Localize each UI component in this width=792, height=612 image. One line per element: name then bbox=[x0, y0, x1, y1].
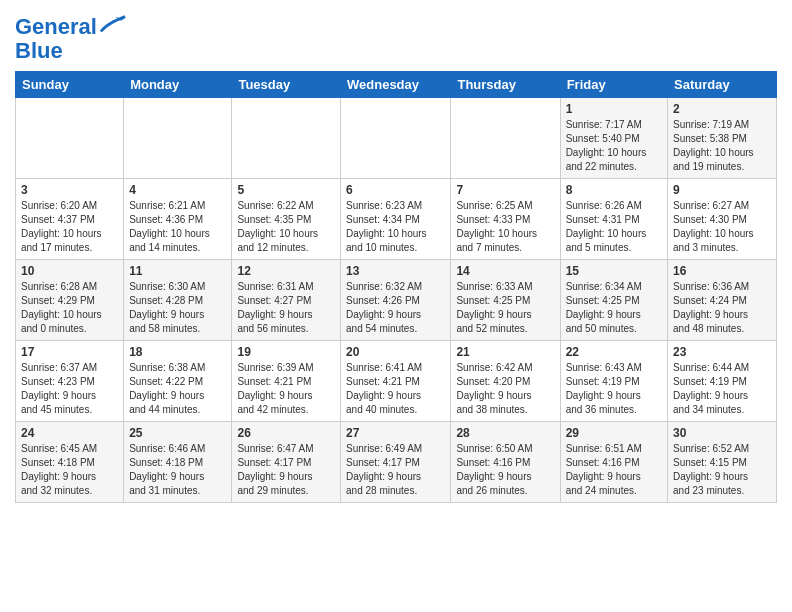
calendar-week-2: 3Sunrise: 6:20 AM Sunset: 4:37 PM Daylig… bbox=[16, 179, 777, 260]
day-number: 7 bbox=[456, 183, 554, 197]
day-info: Sunrise: 6:28 AM Sunset: 4:29 PM Dayligh… bbox=[21, 280, 118, 336]
calendar-header-row: SundayMondayTuesdayWednesdayThursdayFrid… bbox=[16, 72, 777, 98]
day-info: Sunrise: 6:21 AM Sunset: 4:36 PM Dayligh… bbox=[129, 199, 226, 255]
logo-bird-icon bbox=[99, 14, 127, 36]
calendar-cell: 17Sunrise: 6:37 AM Sunset: 4:23 PM Dayli… bbox=[16, 341, 124, 422]
calendar-cell bbox=[16, 98, 124, 179]
calendar-cell: 22Sunrise: 6:43 AM Sunset: 4:19 PM Dayli… bbox=[560, 341, 667, 422]
day-number: 22 bbox=[566, 345, 662, 359]
calendar-cell: 18Sunrise: 6:38 AM Sunset: 4:22 PM Dayli… bbox=[124, 341, 232, 422]
day-number: 21 bbox=[456, 345, 554, 359]
calendar-cell: 10Sunrise: 6:28 AM Sunset: 4:29 PM Dayli… bbox=[16, 260, 124, 341]
calendar-cell: 15Sunrise: 6:34 AM Sunset: 4:25 PM Dayli… bbox=[560, 260, 667, 341]
calendar-cell: 19Sunrise: 6:39 AM Sunset: 4:21 PM Dayli… bbox=[232, 341, 341, 422]
day-info: Sunrise: 6:32 AM Sunset: 4:26 PM Dayligh… bbox=[346, 280, 445, 336]
day-number: 12 bbox=[237, 264, 335, 278]
calendar-cell: 2Sunrise: 7:19 AM Sunset: 5:38 PM Daylig… bbox=[668, 98, 777, 179]
calendar-cell: 11Sunrise: 6:30 AM Sunset: 4:28 PM Dayli… bbox=[124, 260, 232, 341]
day-number: 26 bbox=[237, 426, 335, 440]
calendar-cell: 9Sunrise: 6:27 AM Sunset: 4:30 PM Daylig… bbox=[668, 179, 777, 260]
calendar-cell: 6Sunrise: 6:23 AM Sunset: 4:34 PM Daylig… bbox=[341, 179, 451, 260]
day-number: 13 bbox=[346, 264, 445, 278]
calendar-cell: 27Sunrise: 6:49 AM Sunset: 4:17 PM Dayli… bbox=[341, 422, 451, 503]
day-info: Sunrise: 7:17 AM Sunset: 5:40 PM Dayligh… bbox=[566, 118, 662, 174]
day-info: Sunrise: 6:51 AM Sunset: 4:16 PM Dayligh… bbox=[566, 442, 662, 498]
day-info: Sunrise: 6:22 AM Sunset: 4:35 PM Dayligh… bbox=[237, 199, 335, 255]
calendar-header-sunday: Sunday bbox=[16, 72, 124, 98]
day-number: 1 bbox=[566, 102, 662, 116]
day-info: Sunrise: 6:30 AM Sunset: 4:28 PM Dayligh… bbox=[129, 280, 226, 336]
calendar-cell bbox=[124, 98, 232, 179]
calendar-cell: 16Sunrise: 6:36 AM Sunset: 4:24 PM Dayli… bbox=[668, 260, 777, 341]
day-info: Sunrise: 7:19 AM Sunset: 5:38 PM Dayligh… bbox=[673, 118, 771, 174]
calendar-header-saturday: Saturday bbox=[668, 72, 777, 98]
day-number: 27 bbox=[346, 426, 445, 440]
calendar-cell: 28Sunrise: 6:50 AM Sunset: 4:16 PM Dayli… bbox=[451, 422, 560, 503]
calendar-cell: 12Sunrise: 6:31 AM Sunset: 4:27 PM Dayli… bbox=[232, 260, 341, 341]
day-number: 28 bbox=[456, 426, 554, 440]
calendar-header-friday: Friday bbox=[560, 72, 667, 98]
calendar-cell: 5Sunrise: 6:22 AM Sunset: 4:35 PM Daylig… bbox=[232, 179, 341, 260]
calendar-cell: 26Sunrise: 6:47 AM Sunset: 4:17 PM Dayli… bbox=[232, 422, 341, 503]
day-number: 20 bbox=[346, 345, 445, 359]
day-info: Sunrise: 6:26 AM Sunset: 4:31 PM Dayligh… bbox=[566, 199, 662, 255]
day-number: 23 bbox=[673, 345, 771, 359]
day-number: 5 bbox=[237, 183, 335, 197]
calendar-cell: 4Sunrise: 6:21 AM Sunset: 4:36 PM Daylig… bbox=[124, 179, 232, 260]
day-info: Sunrise: 6:20 AM Sunset: 4:37 PM Dayligh… bbox=[21, 199, 118, 255]
day-number: 4 bbox=[129, 183, 226, 197]
calendar-cell: 13Sunrise: 6:32 AM Sunset: 4:26 PM Dayli… bbox=[341, 260, 451, 341]
day-number: 2 bbox=[673, 102, 771, 116]
day-info: Sunrise: 6:36 AM Sunset: 4:24 PM Dayligh… bbox=[673, 280, 771, 336]
day-info: Sunrise: 6:52 AM Sunset: 4:15 PM Dayligh… bbox=[673, 442, 771, 498]
day-info: Sunrise: 6:41 AM Sunset: 4:21 PM Dayligh… bbox=[346, 361, 445, 417]
calendar-cell: 29Sunrise: 6:51 AM Sunset: 4:16 PM Dayli… bbox=[560, 422, 667, 503]
day-info: Sunrise: 6:27 AM Sunset: 4:30 PM Dayligh… bbox=[673, 199, 771, 255]
day-number: 14 bbox=[456, 264, 554, 278]
day-info: Sunrise: 6:49 AM Sunset: 4:17 PM Dayligh… bbox=[346, 442, 445, 498]
calendar-header-thursday: Thursday bbox=[451, 72, 560, 98]
calendar-cell: 7Sunrise: 6:25 AM Sunset: 4:33 PM Daylig… bbox=[451, 179, 560, 260]
day-info: Sunrise: 6:39 AM Sunset: 4:21 PM Dayligh… bbox=[237, 361, 335, 417]
calendar-cell: 20Sunrise: 6:41 AM Sunset: 4:21 PM Dayli… bbox=[341, 341, 451, 422]
day-info: Sunrise: 6:34 AM Sunset: 4:25 PM Dayligh… bbox=[566, 280, 662, 336]
day-number: 24 bbox=[21, 426, 118, 440]
logo: General Blue bbox=[15, 15, 127, 63]
day-info: Sunrise: 6:37 AM Sunset: 4:23 PM Dayligh… bbox=[21, 361, 118, 417]
calendar-cell: 1Sunrise: 7:17 AM Sunset: 5:40 PM Daylig… bbox=[560, 98, 667, 179]
calendar-table: SundayMondayTuesdayWednesdayThursdayFrid… bbox=[15, 71, 777, 503]
calendar-cell bbox=[451, 98, 560, 179]
day-number: 18 bbox=[129, 345, 226, 359]
logo-text-general: General bbox=[15, 15, 97, 39]
calendar-week-5: 24Sunrise: 6:45 AM Sunset: 4:18 PM Dayli… bbox=[16, 422, 777, 503]
calendar-cell: 23Sunrise: 6:44 AM Sunset: 4:19 PM Dayli… bbox=[668, 341, 777, 422]
calendar-cell: 24Sunrise: 6:45 AM Sunset: 4:18 PM Dayli… bbox=[16, 422, 124, 503]
day-info: Sunrise: 6:33 AM Sunset: 4:25 PM Dayligh… bbox=[456, 280, 554, 336]
day-info: Sunrise: 6:45 AM Sunset: 4:18 PM Dayligh… bbox=[21, 442, 118, 498]
calendar-header-wednesday: Wednesday bbox=[341, 72, 451, 98]
calendar-week-3: 10Sunrise: 6:28 AM Sunset: 4:29 PM Dayli… bbox=[16, 260, 777, 341]
day-number: 8 bbox=[566, 183, 662, 197]
day-info: Sunrise: 6:42 AM Sunset: 4:20 PM Dayligh… bbox=[456, 361, 554, 417]
day-number: 10 bbox=[21, 264, 118, 278]
calendar-cell: 21Sunrise: 6:42 AM Sunset: 4:20 PM Dayli… bbox=[451, 341, 560, 422]
calendar-cell: 14Sunrise: 6:33 AM Sunset: 4:25 PM Dayli… bbox=[451, 260, 560, 341]
page-container: General Blue SundayMondayTuesdayWednesda… bbox=[15, 10, 777, 503]
day-number: 9 bbox=[673, 183, 771, 197]
day-number: 25 bbox=[129, 426, 226, 440]
calendar-cell: 30Sunrise: 6:52 AM Sunset: 4:15 PM Dayli… bbox=[668, 422, 777, 503]
day-info: Sunrise: 6:46 AM Sunset: 4:18 PM Dayligh… bbox=[129, 442, 226, 498]
day-number: 3 bbox=[21, 183, 118, 197]
calendar-week-4: 17Sunrise: 6:37 AM Sunset: 4:23 PM Dayli… bbox=[16, 341, 777, 422]
day-info: Sunrise: 6:23 AM Sunset: 4:34 PM Dayligh… bbox=[346, 199, 445, 255]
logo-text-blue: Blue bbox=[15, 39, 127, 63]
calendar-cell: 25Sunrise: 6:46 AM Sunset: 4:18 PM Dayli… bbox=[124, 422, 232, 503]
day-number: 15 bbox=[566, 264, 662, 278]
day-info: Sunrise: 6:47 AM Sunset: 4:17 PM Dayligh… bbox=[237, 442, 335, 498]
day-number: 11 bbox=[129, 264, 226, 278]
header: General Blue bbox=[15, 10, 777, 63]
day-info: Sunrise: 6:31 AM Sunset: 4:27 PM Dayligh… bbox=[237, 280, 335, 336]
day-info: Sunrise: 6:38 AM Sunset: 4:22 PM Dayligh… bbox=[129, 361, 226, 417]
day-info: Sunrise: 6:50 AM Sunset: 4:16 PM Dayligh… bbox=[456, 442, 554, 498]
calendar-header-monday: Monday bbox=[124, 72, 232, 98]
